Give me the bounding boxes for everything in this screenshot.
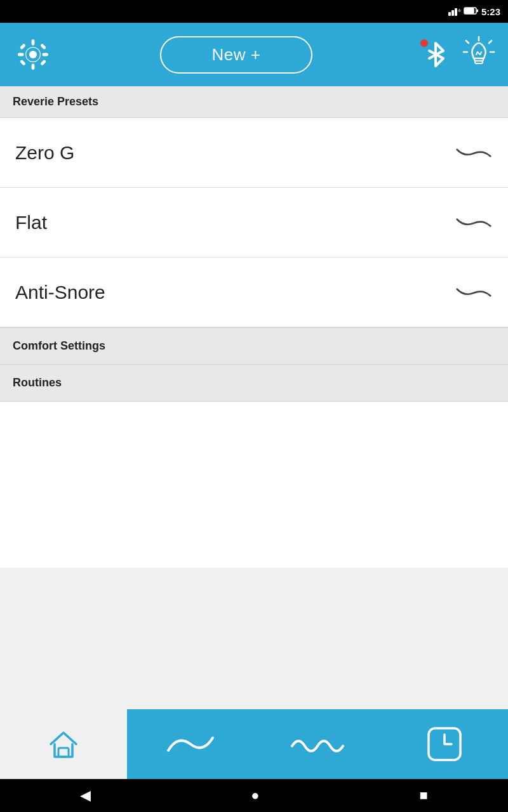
clock-display: 5:23: [481, 6, 500, 17]
svg-point-7: [29, 51, 37, 58]
header-right-icons: [419, 38, 495, 71]
new-button[interactable]: New +: [160, 36, 313, 74]
svg-rect-5: [465, 8, 474, 13]
comfort-settings-item[interactable]: Comfort Settings: [0, 328, 508, 365]
chevron-down-icon-zero-g: [455, 144, 493, 162]
svg-rect-15: [40, 60, 46, 66]
settings-button[interactable]: [13, 34, 53, 75]
svg-rect-22: [475, 61, 483, 63]
preset-item-zero-g[interactable]: Zero G: [0, 118, 508, 188]
lightbulb-button[interactable]: [462, 38, 495, 71]
home-button[interactable]: ●: [251, 787, 259, 804]
svg-rect-9: [32, 63, 35, 70]
preset-item-flat[interactable]: Flat: [0, 188, 508, 258]
svg-rect-1: [451, 10, 454, 16]
svg-rect-0: [448, 12, 451, 16]
preset-label-zero-g: Zero G: [15, 142, 74, 164]
schedule-icon: [425, 724, 464, 764]
battery-icon: [464, 6, 479, 17]
svg-line-17: [489, 41, 491, 43]
position-icon: [165, 728, 216, 760]
back-button[interactable]: ◀: [80, 787, 91, 804]
svg-text:4G: 4G: [458, 8, 461, 13]
svg-rect-11: [42, 53, 48, 56]
bluetooth-connected-dot: [420, 39, 428, 47]
preset-label-anti-snore: Anti-Snore: [15, 282, 105, 303]
recents-button[interactable]: ■: [420, 787, 428, 804]
svg-line-19: [466, 41, 469, 43]
chevron-down-icon-flat: [455, 214, 493, 232]
gear-icon: [14, 36, 52, 74]
nav-item-schedule[interactable]: [381, 709, 508, 779]
bluetooth-button[interactable]: [419, 38, 452, 71]
home-icon: [44, 725, 83, 763]
nav-item-position[interactable]: [127, 709, 254, 779]
nav-item-home[interactable]: [0, 709, 127, 779]
nav-item-wave[interactable]: [254, 709, 381, 779]
status-icons: 4G 5:23: [448, 6, 500, 18]
svg-rect-2: [455, 8, 457, 16]
svg-rect-14: [20, 60, 26, 66]
wave-icon: [289, 728, 346, 760]
presets-section-header: Reverie Presets: [0, 86, 508, 118]
svg-rect-10: [18, 53, 24, 56]
svg-rect-23: [58, 748, 69, 757]
routines-item[interactable]: Routines: [0, 365, 508, 402]
menu-section: Comfort Settings Routines: [0, 327, 508, 402]
svg-rect-13: [40, 43, 46, 49]
lightbulb-icon: [462, 36, 495, 74]
content-area: [0, 402, 508, 568]
svg-rect-8: [32, 39, 35, 46]
signal-icon: 4G: [448, 6, 461, 18]
sys-nav: ◀ ● ■: [0, 779, 508, 812]
preset-item-anti-snore[interactable]: Anti-Snore: [0, 258, 508, 327]
chevron-down-icon-anti-snore: [455, 284, 493, 301]
toolbar: New +: [0, 23, 508, 86]
bottom-nav: [0, 709, 508, 779]
preset-label-flat: Flat: [15, 212, 47, 233]
status-bar: 4G 5:23: [0, 0, 508, 23]
svg-rect-12: [20, 43, 26, 49]
